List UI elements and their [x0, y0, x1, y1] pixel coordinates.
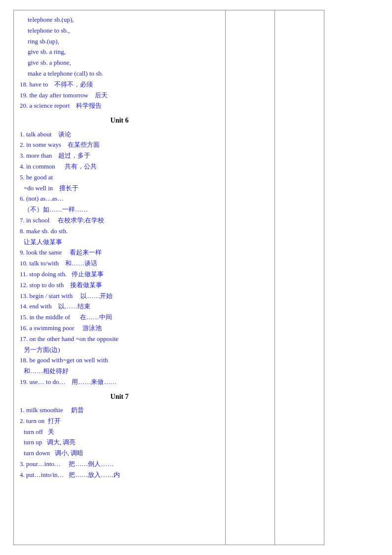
list-item: ring sb.(up),	[28, 37, 219, 47]
unit6-item-8b: 让某人做某事	[24, 237, 219, 248]
unit6-item-6b: （不）如……一样……	[24, 205, 219, 215]
unit6-item-12: 12. stop to do sth 接着做某事	[20, 280, 219, 291]
unit7-item-2b: turn off 关	[24, 427, 219, 437]
unit7-item-3: 3. pour…into… 把……倒人……	[20, 459, 219, 470]
items-18-20-group: 18. have to 不得不，必须 19. the day after tom…	[20, 80, 219, 111]
unit6-section: Unit 6 1. talk about 谈论 2. in some ways …	[20, 115, 219, 387]
unit7-item-4: 4. put…into/in… 把……放入……内	[20, 470, 219, 480]
unit6-item-13: 13. begin / start with 以……开始	[20, 291, 219, 301]
unit6-item-10: 10. talk to/with 和……谈话	[20, 258, 219, 269]
unit6-item-3: 3. more than 超过，多于	[20, 151, 219, 161]
unit6-item-6a: 6. (not) as…as…	[20, 194, 219, 204]
content-area: telephone sb.(up), telephone to sb., rin…	[13, 10, 379, 545]
unit6-title: Unit 6	[20, 115, 219, 126]
unit6-item-14: 14. end with 以……结束	[20, 301, 219, 312]
unit7-item-1: 1. milk smoothie 奶昔	[20, 405, 219, 416]
item-18: 18. have to 不得不，必须	[20, 80, 219, 90]
unit7-title: Unit 7	[20, 391, 219, 402]
unit6-item-17b: 另一方面(边)	[24, 345, 219, 355]
unit6-item-17a: 17. on the other hand =on the opposite	[20, 334, 219, 344]
list-item: make a telephone (call) to sb.	[28, 69, 219, 79]
item-20: 20. a science report 科学报告	[20, 101, 219, 111]
main-column: telephone sb.(up), telephone to sb., rin…	[13, 10, 226, 545]
unit7-section: Unit 7 1. milk smoothie 奶昔 2. turn on 打开…	[20, 391, 219, 480]
unit6-item-1: 1. talk about 谈论	[20, 129, 219, 140]
unit6-item-16: 16. a swimming poor 游泳池	[20, 323, 219, 334]
unit6-item-5a: 5. be good at	[20, 172, 219, 183]
page: telephone sb.(up), telephone to sb., rin…	[0, 0, 392, 555]
unit6-item-4: 4. in common 共有，公共	[20, 162, 219, 172]
unit7-item-2a: 2. turn on 打开	[20, 416, 219, 427]
list-item: telephone sb.(up),	[28, 15, 219, 25]
unit6-item-5b: =do well in 擅长于	[24, 183, 219, 194]
unit6-item-18b: 和……相处得好	[24, 366, 219, 377]
unit6-item-7: 7. in school 在校求学;在学校	[20, 215, 219, 226]
item-19: 19. the day after tomorrow 后天	[20, 90, 219, 101]
unit6-item-15: 15. in the middle of 在……中间	[20, 312, 219, 323]
unit6-item-8a: 8. make sb. do sth.	[20, 226, 219, 237]
unit6-item-11: 11. stop doing sth. 停止做某事	[20, 269, 219, 280]
list-item: give sb. a phone,	[28, 58, 219, 68]
list-item: telephone to sb.,	[28, 26, 219, 36]
unit7-item-2c: turn up 调大, 调亮	[24, 437, 219, 448]
unit6-item-2: 2. in some ways 在某些方面	[20, 140, 219, 150]
side-column-2	[275, 10, 324, 545]
unit6-item-19: 19. use… to do… 用……来做……	[20, 377, 219, 387]
unit6-item-18a: 18. be good with=get on well with	[20, 355, 219, 366]
list-item: give sb. a ring,	[28, 47, 219, 57]
unit7-item-2d: turn down 调小, 调暗	[24, 448, 219, 459]
side-column-1	[226, 10, 275, 545]
unit6-item-9: 9. look the same 看起来一样	[20, 248, 219, 258]
phone-items-group: telephone sb.(up), telephone to sb., rin…	[20, 15, 219, 79]
